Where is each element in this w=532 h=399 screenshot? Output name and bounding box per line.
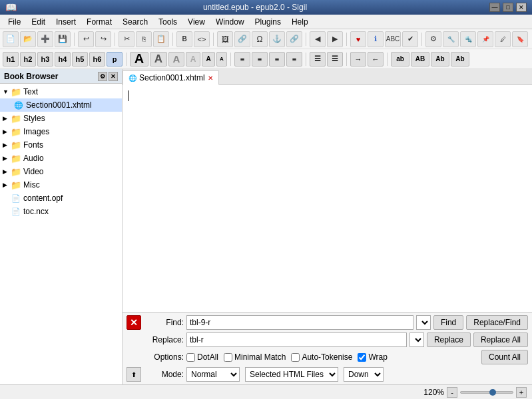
collapse-button[interactable]: ⬆	[127, 367, 141, 382]
toolbar-btn-10[interactable]: 📌	[477, 31, 493, 47]
replace-all-button[interactable]: Replace All	[473, 332, 528, 347]
editor-content[interactable]	[123, 85, 532, 312]
menu-format[interactable]: Format	[81, 16, 117, 28]
heading2-button[interactable]: h2	[20, 52, 36, 66]
toolbar-btn-12[interactable]: 🔖	[512, 31, 528, 47]
font-size-3-button[interactable]: A	[168, 52, 184, 66]
heading3-button[interactable]: h3	[37, 52, 53, 66]
zoom-out-button[interactable]: -	[447, 387, 457, 398]
replace-dropdown[interactable]: ▼	[409, 332, 424, 347]
align-left-button[interactable]: ≡	[234, 52, 250, 66]
settings-button[interactable]: ⚙	[425, 31, 441, 47]
font-size-4-button[interactable]: A	[186, 52, 200, 66]
align-right-button[interactable]: ≡	[269, 52, 285, 66]
find-button[interactable]: Find	[433, 315, 463, 330]
insert-image-button[interactable]: 🖼	[217, 31, 233, 47]
insert-anchor-button[interactable]: ⚓	[269, 31, 285, 47]
minimize-button[interactable]: —	[489, 3, 500, 12]
tree-item-video[interactable]: ▶ 📁 Video	[0, 165, 122, 178]
find-dropdown[interactable]: ▼	[416, 315, 431, 330]
font-size-5-button[interactable]: A	[202, 52, 215, 66]
direction-select[interactable]: Up Down	[344, 367, 384, 382]
heading6-button[interactable]: h6	[89, 52, 105, 66]
back-button[interactable]: ◀	[310, 31, 326, 47]
auto-tokenise-checkbox[interactable]	[291, 353, 300, 362]
menu-plugins[interactable]: Plugins	[250, 16, 286, 28]
replace-find-button[interactable]: Replace/Find	[466, 315, 528, 330]
auto-tokenise-option[interactable]: Auto-Tokenise	[291, 352, 352, 362]
toolbar-btn-8[interactable]: 🔧	[443, 31, 459, 47]
menu-insert[interactable]: Insert	[51, 16, 81, 28]
dotall-checkbox[interactable]	[186, 353, 195, 362]
paragraph-button[interactable]: p	[107, 52, 123, 66]
cut-button[interactable]: ✂	[119, 31, 134, 47]
tree-item-misc[interactable]: ▶ 📁 Misc	[0, 178, 122, 192]
menu-help[interactable]: Help	[286, 16, 314, 28]
font-size-6-button[interactable]: A	[216, 52, 227, 66]
book-browser-settings-button[interactable]: ⚙	[98, 72, 107, 81]
wrap-checkbox[interactable]	[358, 353, 366, 362]
menu-file[interactable]: File	[3, 16, 26, 28]
dotall-option[interactable]: DotAll	[186, 352, 218, 362]
book-browser-close-button[interactable]: ✕	[109, 72, 118, 81]
replace-input[interactable]	[186, 332, 407, 347]
heading5-button[interactable]: h5	[72, 52, 88, 66]
minimal-match-checkbox[interactable]	[224, 353, 232, 362]
tree-item-audio[interactable]: ▶ 📁 Audio	[0, 152, 122, 165]
menu-search[interactable]: Search	[117, 16, 153, 28]
tree-item-section0001[interactable]: 🌐 Section0001.xhtml	[0, 98, 122, 112]
find-input[interactable]	[186, 315, 413, 330]
text-upper-button[interactable]: AB	[411, 52, 429, 66]
new-button[interactable]: 📄	[3, 31, 19, 47]
insert-link-button[interactable]: 🔗	[234, 31, 250, 47]
scope-select[interactable]: All HTML Files Selected HTML Files Curre…	[245, 367, 338, 382]
redo-button[interactable]: ↪	[95, 31, 111, 47]
heading1-button[interactable]: h1	[3, 52, 19, 66]
spellcheck-button[interactable]: ABC	[385, 31, 401, 47]
toolbar-btn-9[interactable]: 🔩	[460, 31, 476, 47]
insert-special-button[interactable]: Ω	[252, 31, 268, 47]
font-size-1-button[interactable]: A	[130, 52, 148, 66]
heading4-button[interactable]: h4	[55, 52, 71, 66]
tree-item-images[interactable]: ▶ 📁 Images	[0, 125, 122, 138]
tree-item-styles[interactable]: ▶ 📁 Styles	[0, 112, 122, 125]
save-button[interactable]: 💾	[55, 31, 71, 47]
forward-button[interactable]: ▶	[327, 31, 343, 47]
copy-button[interactable]: ⎘	[136, 31, 152, 47]
outdent-button[interactable]: ←	[368, 52, 384, 66]
menu-edit[interactable]: Edit	[26, 16, 51, 28]
find-replace-close-button[interactable]: ✕	[127, 315, 141, 330]
menu-window[interactable]: Window	[210, 16, 250, 28]
text-lower-button[interactable]: Ab	[451, 52, 469, 66]
replace-button[interactable]: Replace	[427, 332, 471, 347]
wrap-option[interactable]: Wrap	[358, 352, 387, 362]
maximize-button[interactable]: □	[503, 3, 513, 12]
align-center-button[interactable]: ≡	[252, 52, 268, 66]
add-button[interactable]: ➕	[37, 31, 53, 47]
tab-close-button[interactable]: ✕	[208, 74, 213, 82]
text-normal-button[interactable]: ab	[391, 52, 409, 66]
book-view-button[interactable]: B	[176, 31, 192, 47]
tree-item-text[interactable]: ▼ 📁 Text	[0, 85, 122, 98]
text-title-button[interactable]: Ab	[431, 52, 449, 66]
undo-button[interactable]: ↩	[78, 31, 94, 47]
unordered-list-button[interactable]: ☰	[310, 52, 326, 66]
insert-link2-button[interactable]: 🔗	[286, 31, 302, 47]
tree-item-fonts[interactable]: ▶ 📁 Fonts	[0, 138, 122, 152]
font-size-2-button[interactable]: A	[150, 52, 167, 66]
tree-item-content-opf[interactable]: ▶ 📄 content.opf	[0, 192, 122, 205]
check-button[interactable]: ✔	[402, 31, 418, 47]
open-button[interactable]: 📂	[20, 31, 36, 47]
info-button[interactable]: ℹ	[368, 31, 384, 47]
ordered-list-button[interactable]: ☰	[327, 52, 343, 66]
paste-button[interactable]: 📋	[153, 31, 169, 47]
minimal-match-option[interactable]: Minimal Match	[224, 352, 286, 362]
tree-item-toc-ncx[interactable]: ▶ 📄 toc.ncx	[0, 205, 122, 218]
toolbar-btn-11[interactable]: 🖊	[495, 31, 511, 47]
editor-tab-section0001[interactable]: 🌐 Section0001.xhtml ✕	[123, 70, 219, 85]
menu-tools[interactable]: Tools	[153, 16, 182, 28]
indent-button[interactable]: →	[350, 52, 366, 66]
zoom-slider-thumb[interactable]	[489, 389, 496, 396]
bookmark-button[interactable]: ♥	[350, 31, 366, 47]
count-all-button[interactable]: Count All	[481, 350, 528, 364]
